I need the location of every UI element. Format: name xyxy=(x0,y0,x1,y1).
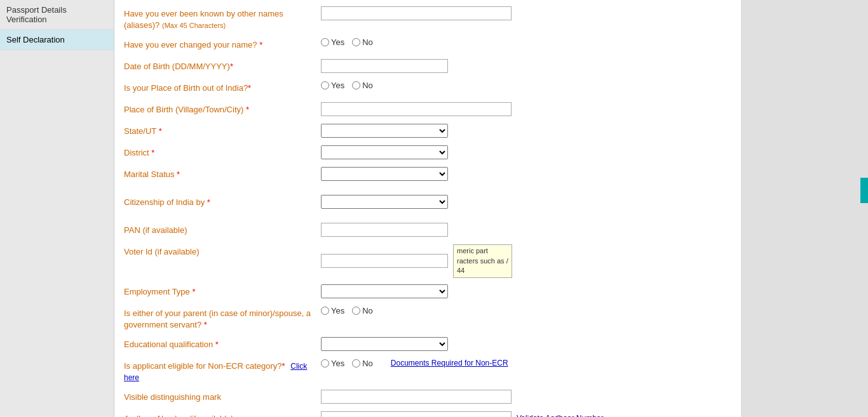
employment-type-control xyxy=(321,284,731,298)
employment-type-row: Employment Type * xyxy=(124,284,731,300)
birth-outside-no-radio[interactable] xyxy=(352,81,360,89)
dob-label: Date of Birth (DD/MM/YYYY)* xyxy=(124,59,321,72)
birth-outside-yes-radio[interactable] xyxy=(321,81,329,89)
pan-input[interactable] xyxy=(321,223,448,237)
voter-id-row: Voter Id (if available) meric partracter… xyxy=(124,244,731,277)
parent-govt-yes-radio[interactable] xyxy=(321,307,329,315)
left-sidebar: Passport Details Verification Self Decla… xyxy=(0,0,114,417)
aadhaar-row: Aadhaar Number (if available) Validate A… xyxy=(124,411,731,417)
birth-outside-label: Is your Place of Birth out of India?* xyxy=(124,81,321,94)
place-of-birth-input[interactable] xyxy=(321,102,512,116)
pan-row: PAN (if available) xyxy=(124,223,731,238)
distinguishing-mark-row: Visible distinguishing mark xyxy=(124,390,731,405)
birth-outside-radio-group: Yes No xyxy=(321,81,373,90)
birth-outside-no-option[interactable]: No xyxy=(352,81,373,90)
parent-govt-row: Is either of your parent (in case of min… xyxy=(124,306,731,331)
educational-label: Educational qualification * xyxy=(124,337,321,350)
parent-govt-no-option[interactable]: No xyxy=(352,306,373,315)
aliases-control xyxy=(321,6,731,20)
right-sidebar xyxy=(741,0,868,417)
distinguishing-mark-control xyxy=(321,390,731,404)
marital-status-label: Marital Status * xyxy=(124,167,321,180)
name-changed-no-radio[interactable] xyxy=(352,38,360,46)
validate-aadhaar-link[interactable]: Validate Aadhaar Number xyxy=(517,414,604,417)
aadhaar-control: Validate Aadhaar Number xyxy=(321,411,731,417)
name-changed-yes-radio[interactable] xyxy=(321,38,329,46)
sidebar-item-passport-details[interactable]: Passport Details Verification xyxy=(0,0,114,30)
place-of-birth-row: Place of Birth (Village/Town/City) * xyxy=(124,102,731,117)
pan-control xyxy=(321,223,731,237)
district-select[interactable] xyxy=(321,145,448,159)
marital-status-control xyxy=(321,167,731,181)
voter-id-tooltip: meric partracters such as /44 xyxy=(453,244,512,277)
state-required: * xyxy=(159,126,162,136)
aliases-label: Have you ever been known by other names … xyxy=(124,6,321,31)
non-ecr-yes-radio[interactable] xyxy=(321,359,329,367)
parent-govt-required: * xyxy=(204,320,207,329)
citizenship-row: Citizenship of India by * xyxy=(124,195,731,210)
dob-input[interactable] xyxy=(321,59,448,73)
non-ecr-no-option[interactable]: No xyxy=(352,359,373,368)
sidebar-passport-label: Passport Details Verification xyxy=(6,5,67,24)
voter-id-label: Voter Id (if available) xyxy=(124,244,321,258)
state-control xyxy=(321,124,731,138)
citizenship-required: * xyxy=(207,197,210,207)
aadhaar-input[interactable] xyxy=(321,411,512,417)
name-changed-no-option[interactable]: No xyxy=(352,37,373,47)
dob-control xyxy=(321,59,731,73)
educational-required: * xyxy=(215,340,219,349)
non-ecr-yes-option[interactable]: Yes xyxy=(321,359,344,368)
parent-govt-label: Is either of your parent (in case of min… xyxy=(124,306,321,331)
voter-id-input[interactable] xyxy=(321,254,448,268)
state-row: State/UT * xyxy=(124,124,731,139)
aliases-input[interactable] xyxy=(321,6,512,20)
scrollbar-thumb[interactable] xyxy=(860,178,868,203)
citizenship-label: Citizenship of India by * xyxy=(124,195,321,208)
non-ecr-required: * xyxy=(282,361,285,371)
employment-type-select[interactable] xyxy=(321,284,448,298)
employment-type-label: Employment Type * xyxy=(124,284,321,298)
parent-govt-radio-group: Yes No xyxy=(321,306,373,315)
district-required: * xyxy=(151,148,154,157)
dob-row: Date of Birth (DD/MM/YYYY)* xyxy=(124,59,731,74)
district-control xyxy=(321,145,731,159)
place-of-birth-label: Place of Birth (Village/Town/City) * xyxy=(124,102,321,116)
name-changed-control: Yes No xyxy=(321,37,731,47)
distinguishing-mark-input[interactable] xyxy=(321,390,512,404)
non-ecr-radio-group: Yes No xyxy=(321,359,373,368)
name-changed-label: Have you ever changed your name? * xyxy=(124,37,321,51)
docs-required-link[interactable]: Documents Required for Non-ECR xyxy=(391,359,508,367)
educational-select[interactable] xyxy=(321,337,448,351)
parent-govt-control: Yes No xyxy=(321,306,731,315)
distinguishing-mark-label: Visible distinguishing mark xyxy=(124,390,321,403)
employment-required: * xyxy=(192,287,195,296)
district-label: District * xyxy=(124,145,321,159)
citizenship-select[interactable] xyxy=(321,195,448,209)
main-form-area: Have you ever been known by other names … xyxy=(114,0,741,417)
marital-status-select[interactable] xyxy=(321,167,448,181)
non-ecr-click-here-link[interactable]: Click here xyxy=(124,362,307,382)
non-ecr-row: Is applicant eligible for Non-ECR catego… xyxy=(124,359,731,383)
citizenship-control xyxy=(321,195,731,209)
educational-row: Educational qualification * xyxy=(124,337,731,352)
name-changed-yes-option[interactable]: Yes xyxy=(321,37,344,47)
birth-outside-required: * xyxy=(248,83,251,93)
aadhaar-label: Aadhaar Number (if available) xyxy=(124,411,321,417)
sidebar-item-self-declaration[interactable]: Self Declaration xyxy=(0,30,114,50)
marital-required: * xyxy=(177,169,180,179)
state-select[interactable] xyxy=(321,124,448,138)
non-ecr-control: Yes No Documents Required for Non-ECR xyxy=(321,359,731,368)
place-birth-required: * xyxy=(246,105,249,114)
non-ecr-label: Is applicant eligible for Non-ECR catego… xyxy=(124,359,321,383)
parent-govt-no-radio[interactable] xyxy=(352,307,360,315)
birth-outside-control: Yes No xyxy=(321,81,731,90)
pan-label: PAN (if available) xyxy=(124,223,321,236)
aliases-row: Have you ever been known by other names … xyxy=(124,6,731,31)
name-changed-required: * xyxy=(259,40,262,50)
name-changed-row: Have you ever changed your name? * Yes N… xyxy=(124,37,731,53)
non-ecr-no-radio[interactable] xyxy=(352,359,360,367)
birth-outside-yes-option[interactable]: Yes xyxy=(321,81,344,90)
marital-status-row: Marital Status * xyxy=(124,167,731,182)
sidebar-self-declaration-label: Self Declaration xyxy=(6,35,65,44)
parent-govt-yes-option[interactable]: Yes xyxy=(321,306,344,315)
